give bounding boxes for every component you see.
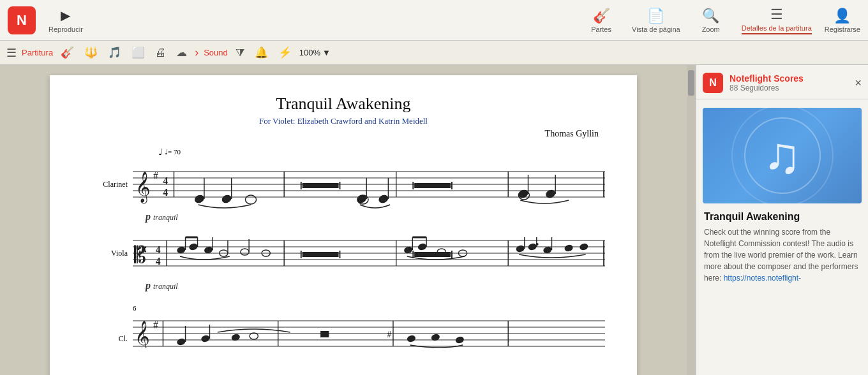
zoom-control[interactable]: 100% ▼ <box>299 48 331 57</box>
svg-rect-71 <box>414 252 451 257</box>
nav-detalles[interactable]: ☰ Detalles de la partitura <box>742 6 812 34</box>
sound-label[interactable]: Sound <box>204 48 228 57</box>
zoom-value: 100% <box>299 48 320 57</box>
clarinet-staff-row: Clarinet 𝄞 # <box>82 159 605 210</box>
panel-title-block: Noteflight Scores 88 Seguidores <box>730 73 848 92</box>
svg-text:4: 4 <box>163 175 168 186</box>
bell-icon[interactable]: 🔔 <box>252 45 271 61</box>
tempo-value: ♩= 70 <box>165 148 181 156</box>
svg-point-20 <box>193 194 205 205</box>
score-composer: Thomas Gyllin <box>82 129 605 139</box>
svg-rect-17 <box>414 183 451 188</box>
svg-text:4: 4 <box>156 256 161 267</box>
svg-point-66 <box>417 242 427 251</box>
tuning-icon[interactable]: 🔱 <box>82 45 100 61</box>
svg-rect-100 <box>320 331 329 337</box>
staff-system-2: 6 Cl. 𝄞 # <box>82 304 605 364</box>
lightning-icon[interactable]: ⚡ <box>276 45 294 61</box>
cloud-icon[interactable]: ☁ <box>174 45 190 61</box>
score-title: Tranquil Awakening <box>82 94 605 114</box>
tempo-mark: ♩ ♩= 70 <box>158 147 605 158</box>
svg-point-103 <box>431 333 440 341</box>
right-panel: N Noteflight Scores 88 Seguidores × ♫ Tr… <box>696 65 868 375</box>
svg-point-81 <box>564 244 573 252</box>
svg-point-22 <box>221 194 232 205</box>
page-icon: 📄 <box>647 8 664 24</box>
nav-registrarse[interactable]: 👤 Registrarse <box>825 8 860 33</box>
viola-staff-lines: 𝄡 𝄢 4 4 <box>133 228 605 279</box>
svg-point-104 <box>455 335 465 344</box>
scroll-thumb[interactable] <box>688 70 694 96</box>
guitar-icon: 🎸 <box>593 8 610 24</box>
clarinet-staff-lines: 𝄞 # 4 4 <box>133 159 605 210</box>
panel-followers: 88 Seguidores <box>730 84 848 92</box>
zoom-dropdown-icon: ▼ <box>322 48 331 57</box>
viola-dynamic: p tranquil <box>146 280 605 291</box>
play-icon: ▶ <box>61 8 70 23</box>
print-icon[interactable]: 🖨 <box>153 45 168 61</box>
panel-link[interactable]: https://notes.noteflight- <box>724 274 801 283</box>
svg-text:𝄞: 𝄞 <box>135 321 149 348</box>
nav-vista-pagina[interactable]: 📄 Vista de página <box>632 8 680 33</box>
svg-text:𝄞: 𝄞 <box>135 172 150 203</box>
app-logo[interactable]: N <box>8 6 36 34</box>
panel-thumbnail: ♫ <box>703 108 862 203</box>
svg-rect-14 <box>303 183 339 188</box>
svg-point-27 <box>378 194 389 205</box>
nav-partes[interactable]: 🎸 Partes <box>583 8 619 33</box>
svg-point-102 <box>407 334 416 342</box>
details-icon: ☰ <box>770 6 783 23</box>
panel-score-title: Tranquil Awakening <box>696 211 868 226</box>
svg-point-94 <box>176 337 186 346</box>
panel-logo: N <box>703 73 723 93</box>
panel-title: Noteflight Scores <box>730 73 848 84</box>
mixer-icon[interactable]: ⧩ <box>233 45 247 61</box>
svg-point-24 <box>245 195 256 204</box>
svg-text:#: # <box>153 320 158 330</box>
clarinet-staff-lines-2: 𝄞 # <box>133 313 605 364</box>
score-subtitle: For Violet: Elizabeth Crawford and Katri… <box>82 116 605 126</box>
panel-description: Check out the winning score from the Not… <box>696 226 868 284</box>
svg-point-51 <box>188 242 198 251</box>
svg-point-76 <box>528 242 537 251</box>
scroll-bar[interactable] <box>687 65 696 375</box>
svg-point-98 <box>231 333 241 341</box>
clarinet-staff-row-2: Cl. 𝄞 # <box>82 313 605 364</box>
svg-point-58 <box>241 249 249 255</box>
panel-header: N Noteflight Scores 88 Seguidores × <box>696 65 868 100</box>
panel-close-button[interactable]: × <box>855 77 862 90</box>
user-icon: 👤 <box>834 8 851 24</box>
viola-staff-row: Viola 𝄡 𝄢 4 <box>82 228 605 279</box>
clarinet-dynamic: p tranquil <box>146 211 605 223</box>
svg-point-32 <box>545 189 557 200</box>
svg-text:4: 4 <box>163 187 168 198</box>
copy-icon[interactable]: ⬜ <box>129 45 147 61</box>
staff-system-1: ♩ ♩= 70 Clarinet <box>82 147 605 291</box>
svg-text:4: 4 <box>156 244 161 255</box>
svg-point-74 <box>516 244 525 253</box>
nav-zoom[interactable]: 🔍 Zoom <box>693 8 729 33</box>
arrow-icon[interactable]: › <box>195 46 198 59</box>
clarinet-label-2: Cl. <box>82 334 133 344</box>
score-page: Tranquil Awakening For Violet: Elizabeth… <box>50 75 637 375</box>
svg-text:𝄢: 𝄢 <box>135 242 147 265</box>
toolbar: ☰ Partitura 🎸 🔱 🎵 ⬜ 🖨 ☁ › Sound ⧩ 🔔 ⚡ 10… <box>0 41 868 65</box>
top-nav: N ▶ Reproducir 🎸 Partes 📄 Vista de págin… <box>0 0 868 41</box>
measure-number: 6 <box>133 304 605 312</box>
svg-point-96 <box>200 334 210 342</box>
svg-text:#: # <box>153 170 158 181</box>
viola-label: Viola <box>82 249 133 258</box>
note-icon[interactable]: 🎵 <box>105 45 124 61</box>
svg-point-82 <box>579 242 588 251</box>
play-label: Reproducir <box>49 26 83 33</box>
score-label[interactable]: Partitura <box>22 48 53 57</box>
main-area: Tranquil Awakening For Violet: Elizabeth… <box>0 65 868 375</box>
svg-rect-61 <box>303 252 339 257</box>
score-area[interactable]: Tranquil Awakening For Violet: Elizabeth… <box>0 65 687 375</box>
menu-icon[interactable]: ☰ <box>6 46 17 60</box>
clarinet-label: Clarinet <box>82 180 133 189</box>
note-circle-inner <box>744 117 821 194</box>
zoom-icon: 🔍 <box>702 8 719 24</box>
play-button[interactable]: ▶ Reproducir <box>49 8 83 33</box>
guitar-tool-icon[interactable]: 🎸 <box>58 45 77 61</box>
